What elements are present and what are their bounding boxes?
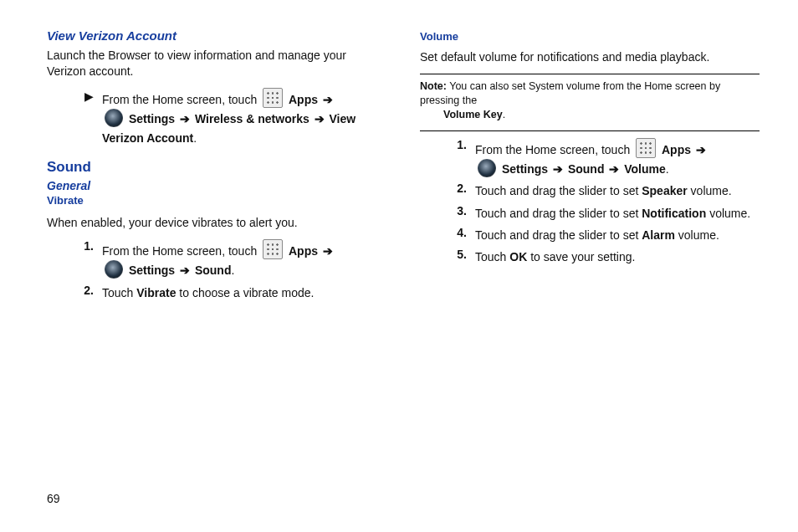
bullet-item: ▶ From the Home screen, touch Apps ➔ Set… <box>77 88 386 147</box>
arrow-icon: ➔ <box>321 244 335 258</box>
apps-icon <box>263 239 283 259</box>
apps-label: Apps <box>662 143 691 156</box>
text: Touch and drag the slider to set <box>475 184 642 197</box>
step-number: 4. <box>450 226 467 244</box>
bullet-body: From the Home screen, touch Apps ➔ Setti… <box>102 88 386 147</box>
heading-sound: Sound <box>47 159 386 176</box>
step-item: 4. Touch and drag the slider to set Alar… <box>450 226 760 244</box>
settings-icon <box>105 109 123 127</box>
apps-label: Apps <box>289 244 318 258</box>
strong-label: OK <box>509 250 527 263</box>
step-item: 2. Touch Vibrate to choose a vibrate mod… <box>77 284 386 302</box>
vibrate-label: Vibrate <box>136 286 176 299</box>
text: From the Home screen, touch <box>102 244 260 258</box>
text: Touch and drag the slider to set <box>475 228 642 242</box>
text: volume. <box>678 228 719 242</box>
heading-general: General <box>47 179 386 192</box>
text: Touch <box>475 250 509 263</box>
page-number: 69 <box>47 492 60 505</box>
path-segment: Volume <box>624 162 666 176</box>
step-body: From the Home screen, touch Apps ➔ Setti… <box>102 239 386 280</box>
arrow-icon: ➔ <box>694 143 708 156</box>
apps-label: Apps <box>289 93 318 106</box>
arrow-icon: ➔ <box>321 93 335 106</box>
settings-label: Settings <box>129 263 175 277</box>
arrow-icon: ➔ <box>178 112 192 125</box>
step-body: From the Home screen, touch Apps ➔ Setti… <box>475 138 760 179</box>
strong-label: Alarm <box>642 228 675 242</box>
step-number: 5. <box>450 248 467 266</box>
step-body: Touch and drag the slider to set Speaker… <box>475 182 760 200</box>
divider <box>420 74 760 74</box>
apps-icon <box>636 138 656 158</box>
apps-icon <box>263 88 283 108</box>
step-body: Touch OK to save your setting. <box>475 248 760 266</box>
step-body: Touch Vibrate to choose a vibrate mode. <box>102 284 386 302</box>
text: From the Home screen, touch <box>102 93 260 106</box>
step-body: Touch and drag the slider to set Alarm v… <box>475 226 760 244</box>
strong-label: Speaker <box>642 184 687 197</box>
text: volume. <box>709 207 750 220</box>
paragraph-volume: Set default volume for notifications and… <box>420 49 760 65</box>
text: volume. <box>691 184 732 197</box>
text: Touch and drag the slider to set <box>475 207 642 220</box>
step-body: Touch and drag the slider to set Notific… <box>475 204 760 223</box>
settings-icon <box>105 260 123 279</box>
right-column: Volume Set default volume for notificati… <box>420 28 760 305</box>
strong-label: Notification <box>642 207 706 220</box>
step-number: 1. <box>77 239 94 280</box>
arrow-icon: ➔ <box>313 112 326 125</box>
arrow-icon: ➔ <box>178 263 192 277</box>
arrow-icon: ➔ <box>607 162 621 176</box>
step-item: 1. From the Home screen, touch Apps ➔ Se… <box>77 239 386 280</box>
settings-label: Settings <box>129 112 175 125</box>
step-item: 1. From the Home screen, touch Apps ➔ Se… <box>450 138 760 179</box>
note-block: Note: You can also set System volume fro… <box>420 79 760 122</box>
bullet-marker-icon: ▶ <box>77 88 94 147</box>
note-label: Note: <box>420 80 447 92</box>
path-segment: Sound <box>195 263 232 277</box>
step-number: 1. <box>450 138 467 179</box>
arrow-icon: ➔ <box>551 162 565 176</box>
path-segment: Sound <box>568 162 605 176</box>
step-item: 5. Touch OK to save your setting. <box>450 248 760 266</box>
note-text: You can also set System volume from the … <box>420 80 720 106</box>
heading-view-verizon-account: View Verizon Account <box>47 28 386 43</box>
paragraph-vibrate: When enabled, your device vibrates to al… <box>47 215 386 231</box>
step-number: 2. <box>450 182 467 200</box>
heading-volume: Volume <box>420 30 760 43</box>
settings-icon <box>478 159 496 177</box>
step-item: 2. Touch and drag the slider to set Spea… <box>450 182 760 200</box>
note-strong: Volume Key <box>443 109 503 120</box>
left-column: View Verizon Account Launch the Browser … <box>47 28 386 305</box>
text: Touch <box>102 286 136 299</box>
step-number: 3. <box>450 204 467 223</box>
text: to save your setting. <box>530 250 635 263</box>
text: to choose a vibrate mode. <box>179 286 314 299</box>
path-segment: Wireless & networks <box>195 112 309 125</box>
heading-vibrate: Vibrate <box>47 194 386 207</box>
divider <box>420 130 760 131</box>
paragraph-intro: Launch the Browser to view information a… <box>47 48 386 79</box>
step-item: 3. Touch and drag the slider to set Noti… <box>450 204 760 223</box>
step-number: 2. <box>77 284 94 302</box>
settings-label: Settings <box>502 162 548 176</box>
text: From the Home screen, touch <box>475 143 633 156</box>
